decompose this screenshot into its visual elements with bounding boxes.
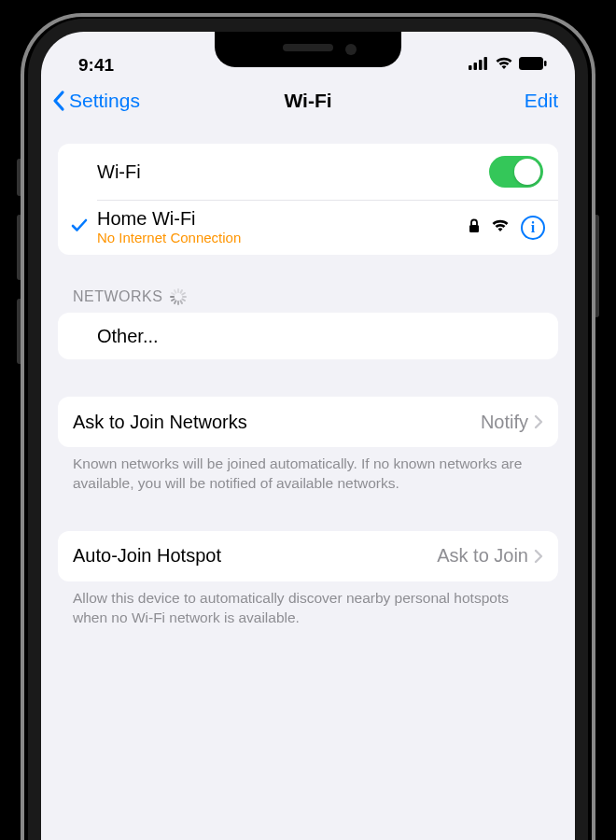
connected-network-row[interactable]: Home Wi-Fi No Internet Connection i xyxy=(58,201,558,255)
navigation-bar: Settings Wi-Fi Edit xyxy=(41,84,575,121)
back-label: Settings xyxy=(69,90,140,112)
auto-join-group: Auto-Join Hotspot Ask to Join xyxy=(58,531,558,581)
networks-header-label: NETWORKS xyxy=(73,288,162,305)
page-title: Wi-Fi xyxy=(284,90,331,112)
wifi-signal-icon xyxy=(491,219,510,236)
network-name: Home Wi-Fi xyxy=(97,208,241,230)
chevron-right-icon xyxy=(534,409,543,435)
cellular-signal-icon xyxy=(469,57,489,74)
wifi-icon xyxy=(495,57,513,74)
checkmark-icon xyxy=(71,215,88,239)
wifi-toggle-switch[interactable] xyxy=(489,156,543,188)
other-network-row[interactable]: Other... xyxy=(58,313,558,359)
auto-join-value: Ask to Join xyxy=(437,545,528,567)
svg-rect-2 xyxy=(479,60,483,70)
status-time: 9:41 xyxy=(78,55,114,76)
auto-join-label: Auto-Join Hotspot xyxy=(73,545,437,567)
chevron-left-icon xyxy=(50,90,65,112)
other-networks-group: Other... xyxy=(58,313,558,359)
network-status: No Internet Connection xyxy=(97,230,241,245)
svg-rect-0 xyxy=(469,65,472,70)
other-label: Other... xyxy=(97,326,543,347)
ask-to-join-footer: Known networks will be joined automatica… xyxy=(58,447,558,494)
spinner-icon xyxy=(170,288,187,305)
svg-rect-1 xyxy=(474,63,478,70)
ask-to-join-value: Notify xyxy=(481,412,528,433)
wifi-toggle-row: Wi-Fi xyxy=(58,144,558,200)
svg-rect-5 xyxy=(544,61,547,66)
phone-screen: 9:41 Settings Wi-Fi Edit Wi-Fi xyxy=(28,19,588,840)
lock-icon xyxy=(469,218,480,237)
auto-join-footer: Allow this device to automatically disco… xyxy=(58,581,558,628)
networks-section-header: NETWORKS xyxy=(58,255,558,313)
ask-to-join-group: Ask to Join Networks Notify xyxy=(58,397,558,447)
edit-button[interactable]: Edit xyxy=(525,90,558,112)
device-notch xyxy=(215,32,401,67)
svg-rect-6 xyxy=(469,225,479,232)
wifi-toggle-label: Wi-Fi xyxy=(97,161,489,183)
svg-rect-4 xyxy=(519,57,543,70)
ask-to-join-label: Ask to Join Networks xyxy=(73,412,481,433)
chevron-right-icon xyxy=(534,543,543,569)
ask-to-join-row[interactable]: Ask to Join Networks Notify xyxy=(58,397,558,447)
svg-rect-3 xyxy=(484,57,488,70)
info-icon[interactable]: i xyxy=(521,216,545,240)
battery-icon xyxy=(519,57,547,74)
wifi-toggle-group: Wi-Fi Home Wi-Fi No Internet Connection xyxy=(58,144,558,255)
back-button[interactable]: Settings xyxy=(50,90,140,112)
auto-join-row[interactable]: Auto-Join Hotspot Ask to Join xyxy=(58,531,558,581)
